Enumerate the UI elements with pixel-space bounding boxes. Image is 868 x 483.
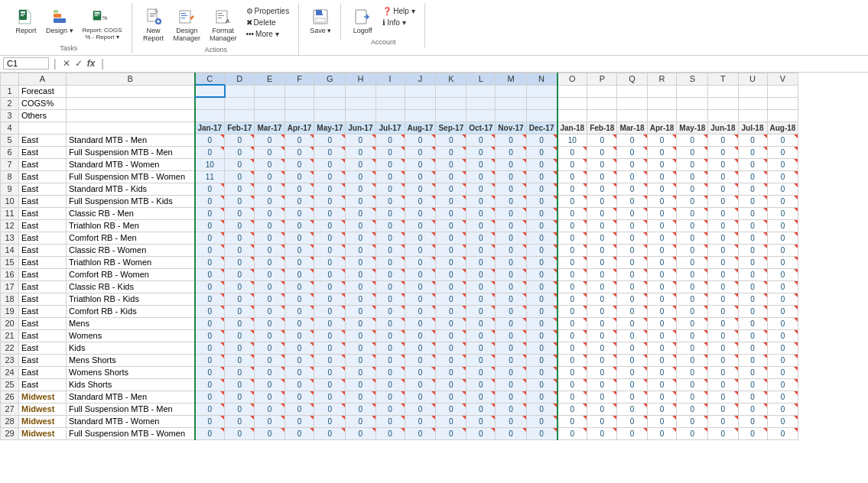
data-cell-16-14[interactable]: 0 [617,268,647,280]
region-cell-10[interactable]: East [19,195,67,207]
data-cell-7-15[interactable]: 0 [647,158,677,170]
region-cell-22[interactable]: East [19,342,67,354]
data-cell-11-1[interactable]: 0 [225,207,255,219]
data-cell-28-17[interactable]: 0 [708,415,738,427]
cell-2-7[interactable] [405,97,436,109]
data-cell-11-9[interactable]: 0 [467,207,496,219]
data-cell-7-9[interactable]: 0 [467,158,496,170]
data-cell-14-19[interactable]: 0 [767,244,798,256]
data-cell-17-12[interactable]: 0 [558,280,587,293]
data-cell-16-10[interactable]: 0 [496,268,526,280]
data-cell-13-9[interactable]: 0 [467,232,496,244]
data-cell-15-9[interactable]: 0 [467,256,496,268]
row-header-4[interactable]: 4 [1,122,19,134]
product-cell-10[interactable]: Full Suspension MTB - Kids [67,195,195,207]
data-cell-9-16[interactable]: 0 [677,183,708,195]
data-cell-10-0[interactable]: 0 [195,195,225,207]
table-row[interactable]: 17EastClassic RB - Kids00000000000000000… [1,280,798,293]
data-cell-12-4[interactable]: 0 [314,219,346,232]
report-btn[interactable]: Report [12,5,40,37]
data-cell-17-8[interactable]: 0 [436,280,467,293]
region-cell-23[interactable]: East [19,354,67,366]
data-cell-10-18[interactable]: 0 [738,195,767,207]
data-cell-18-13[interactable]: 0 [587,293,617,305]
data-cell-14-12[interactable]: 0 [558,244,587,256]
data-cell-23-1[interactable]: 0 [225,354,255,366]
data-cell-22-13[interactable]: 0 [587,342,617,354]
cell-1-right-4[interactable] [677,85,708,97]
data-cell-28-14[interactable]: 0 [617,415,647,427]
table-row[interactable]: 27MidwestFull Suspension MTB - Men000000… [1,403,798,415]
cell-2-right-6[interactable] [738,97,767,109]
data-cell-10-7[interactable]: 0 [405,195,436,207]
data-cell-22-17[interactable]: 0 [708,342,738,354]
data-cell-14-16[interactable]: 0 [677,244,708,256]
table-row[interactable]: 5EastStandard MTB - Men00000000000010000… [1,134,798,146]
data-cell-15-10[interactable]: 0 [496,256,526,268]
data-cell-24-2[interactable]: 0 [255,366,284,378]
data-cell-24-1[interactable]: 0 [225,366,255,378]
data-cell-10-16[interactable]: 0 [677,195,708,207]
data-cell-18-0[interactable]: 0 [195,293,225,305]
data-cell-28-9[interactable]: 0 [467,415,496,427]
product-cell-26[interactable]: Standard MTB - Men [67,391,195,403]
data-cell-6-16[interactable]: 0 [677,146,708,158]
data-cell-8-13[interactable]: 0 [587,170,617,183]
data-cell-10-13[interactable]: 0 [587,195,617,207]
cell-2-1[interactable] [225,97,255,109]
cell-1-3[interactable] [284,85,314,97]
region-cell-11[interactable]: East [19,207,67,219]
data-cell-24-7[interactable]: 0 [405,366,436,378]
col-m-header[interactable]: M [496,73,526,85]
data-cell-25-1[interactable]: 0 [225,378,255,391]
data-cell-18-12[interactable]: 0 [558,293,587,305]
cell-1-right-5[interactable] [708,85,738,97]
region-cell-8[interactable]: East [19,170,67,183]
data-cell-9-5[interactable]: 0 [346,183,375,195]
data-cell-25-5[interactable]: 0 [346,378,375,391]
table-row[interactable]: 13EastComfort RB - Men000000000000000000… [1,232,798,244]
data-cell-12-2[interactable]: 0 [255,219,284,232]
data-cell-5-18[interactable]: 0 [738,134,767,146]
data-cell-20-0[interactable]: 0 [195,317,225,329]
data-cell-22-18[interactable]: 0 [738,342,767,354]
data-cell-27-15[interactable]: 0 [647,403,677,415]
data-cell-23-12[interactable]: 0 [558,354,587,366]
report-cogs-btn[interactable]: % Report: COGS% - Report ▾ [80,5,125,43]
cell-3-7[interactable] [405,109,436,122]
region-cell-5[interactable]: East [19,134,67,146]
data-cell-26-7[interactable]: 0 [405,391,436,403]
data-cell-24-15[interactable]: 0 [647,366,677,378]
data-cell-6-11[interactable]: 0 [526,146,557,158]
data-cell-22-15[interactable]: 0 [647,342,677,354]
data-cell-6-14[interactable]: 0 [617,146,647,158]
data-cell-9-6[interactable]: 0 [375,183,405,195]
product-cell-25[interactable]: Kids Shorts [67,378,195,391]
row-header-18[interactable]: 18 [1,293,19,305]
data-cell-13-1[interactable]: 0 [225,232,255,244]
region-cell-25[interactable]: East [19,378,67,391]
data-cell-16-18[interactable]: 0 [738,268,767,280]
data-cell-20-11[interactable]: 0 [526,317,557,329]
data-cell-17-5[interactable]: 0 [346,280,375,293]
data-cell-23-3[interactable]: 0 [284,354,314,366]
data-cell-18-14[interactable]: 0 [617,293,647,305]
data-cell-28-10[interactable]: 0 [496,415,526,427]
data-cell-19-1[interactable]: 0 [225,305,255,317]
row-header-12[interactable]: 12 [1,219,19,232]
data-cell-23-7[interactable]: 0 [405,354,436,366]
data-cell-10-9[interactable]: 0 [467,195,496,207]
data-cell-25-3[interactable]: 0 [284,378,314,391]
cell-1-right-0[interactable] [558,85,587,97]
row-header-22[interactable]: 22 [1,342,19,354]
data-cell-18-2[interactable]: 0 [255,293,284,305]
data-cell-15-8[interactable]: 0 [436,256,467,268]
data-cell-6-4[interactable]: 0 [314,146,346,158]
data-cell-16-1[interactable]: 0 [225,268,255,280]
data-cell-28-15[interactable]: 0 [647,415,677,427]
data-cell-27-3[interactable]: 0 [284,403,314,415]
table-row[interactable]: 25EastKids Shorts00000000000000000000 [1,378,798,391]
row-header-26[interactable]: 26 [1,391,19,403]
cell-a1[interactable]: Forecast [19,85,67,97]
product-cell-13[interactable]: Comfort RB - Men [67,232,195,244]
